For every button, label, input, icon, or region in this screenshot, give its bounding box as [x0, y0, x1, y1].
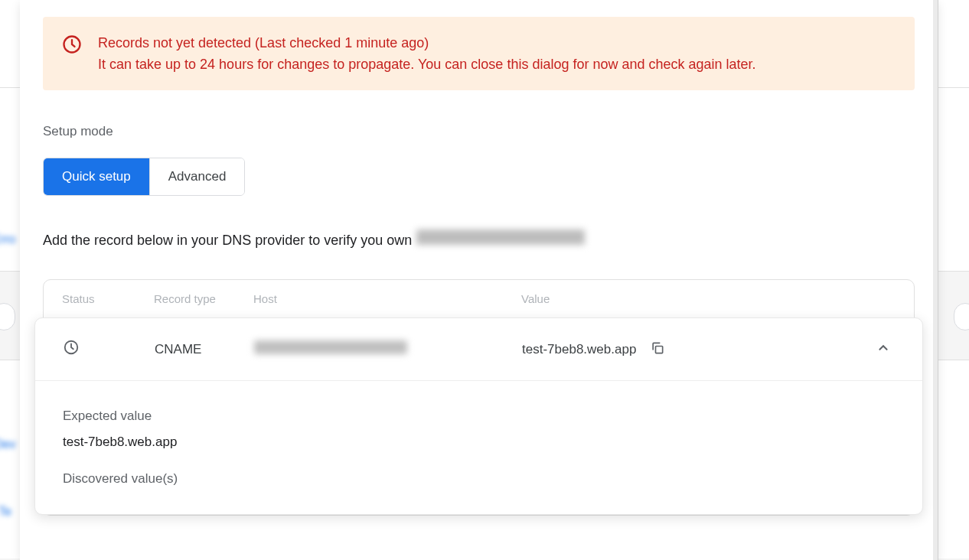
background-blur-text: Erro — [0, 233, 15, 246]
domain-name-redacted — [416, 230, 585, 245]
svg-rect-2 — [656, 347, 663, 353]
collapse-row-button[interactable] — [872, 337, 895, 362]
th-value: Value — [521, 292, 834, 305]
dns-records-table: Status Record type Host Value CNAME — [43, 279, 915, 516]
dialog-scrollbar[interactable] — [933, 0, 938, 560]
clock-alert-icon — [61, 32, 83, 75]
tab-advanced[interactable]: Advanced — [149, 158, 245, 195]
background-blur-text: Te — [0, 505, 11, 519]
table-header-row: Status Record type Host Value — [44, 280, 914, 317]
background-pill — [0, 303, 15, 330]
th-record-type: Record type — [154, 292, 253, 305]
th-host: Host — [253, 292, 521, 305]
copy-icon — [650, 347, 665, 358]
setup-mode-toggle: Quick setup Advanced — [43, 158, 245, 196]
background-pill — [954, 303, 969, 330]
alert-title: Records not yet detected (Last checked 1… — [98, 32, 756, 54]
alert-banner: Records not yet detected (Last checked 1… — [43, 17, 915, 90]
copy-value-button[interactable] — [647, 337, 668, 361]
dns-setup-dialog: Records not yet detected (Last checked 1… — [20, 0, 938, 560]
alert-body: It can take up to 24 hours for changes t… — [98, 54, 756, 75]
add-record-instruction-text: Add the record below in your DNS provide… — [43, 233, 412, 249]
dns-record-card: CNAME test-7beb8.web.app — [34, 317, 923, 515]
record-detail-panel: Expected value test-7beb8.web.app Discov… — [35, 380, 922, 514]
table-row[interactable]: CNAME test-7beb8.web.app — [35, 318, 922, 380]
expected-value: test-7beb8.web.app — [63, 435, 895, 450]
add-record-instruction: Add the record below in your DNS provide… — [43, 230, 915, 249]
record-host-redacted — [254, 340, 522, 358]
discovered-values-label: Discovered value(s) — [63, 471, 895, 487]
tab-quick-setup[interactable]: Quick setup — [44, 158, 149, 195]
expected-value-label: Expected value — [63, 409, 895, 424]
status-pending-icon — [63, 339, 155, 360]
background-blur-text: Dev — [0, 438, 15, 451]
th-status: Status — [62, 292, 154, 305]
chevron-up-icon — [875, 347, 892, 359]
setup-mode-label: Setup mode — [43, 124, 915, 139]
record-type-value: CNAME — [155, 342, 254, 357]
record-value: test-7beb8.web.app — [522, 342, 636, 357]
